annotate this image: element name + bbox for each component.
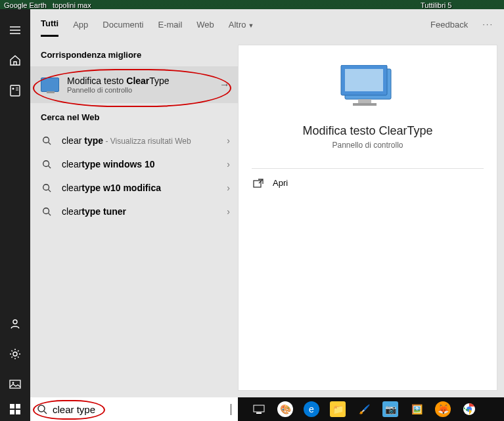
svg-point-6 — [43, 137, 49, 143]
start-search-panel: Tutti App Documenti E-mail Web Altro▼ Fe… — [0, 9, 504, 397]
best-match-item[interactable]: Modifica testo ClearType Pannello di con… — [30, 66, 238, 103]
menu-icon[interactable] — [0, 17, 30, 43]
svg-rect-0 — [11, 85, 20, 96]
tab-documents[interactable]: Documenti — [103, 12, 143, 36]
svg-point-2 — [13, 320, 17, 324]
preview-pane: Modifica testo ClearType Pannello di con… — [238, 45, 497, 391]
open-icon — [253, 179, 263, 188]
web-result-text: cleartype w10 modifica — [62, 183, 227, 193]
edge-icon[interactable]: e — [304, 401, 319, 417]
pictures-icon[interactable] — [0, 371, 30, 397]
home-icon[interactable] — [0, 47, 30, 74]
task-view-icon[interactable] — [251, 401, 267, 417]
desktop-icon-label[interactable]: topolini max — [53, 1, 91, 9]
svg-rect-17 — [10, 404, 14, 409]
chrome-icon[interactable] — [461, 401, 477, 417]
app-icon[interactable]: 📷 — [382, 401, 398, 417]
svg-point-3 — [13, 352, 17, 356]
tab-apps[interactable]: App — [73, 12, 88, 36]
monitor-icon — [41, 78, 59, 92]
web-result-item[interactable]: cleartype tuner› — [30, 200, 238, 223]
open-label: Apri — [273, 178, 288, 188]
svg-rect-19 — [10, 410, 14, 414]
svg-point-9 — [43, 208, 49, 214]
svg-point-1 — [12, 88, 14, 90]
chevron-right-icon: › — [227, 206, 230, 217]
start-button[interactable] — [0, 397, 30, 421]
gear-icon[interactable] — [0, 341, 30, 367]
person-icon[interactable] — [0, 311, 30, 337]
filter-tabs: Tutti App Documenti E-mail Web Altro▼ Fe… — [30, 9, 504, 38]
feedback-link[interactable]: Feedback — [430, 12, 468, 36]
tab-email[interactable]: E-mail — [158, 12, 182, 36]
best-match-title: Modifica testo ClearType — [67, 76, 170, 86]
svg-rect-20 — [16, 410, 20, 414]
svg-point-21 — [38, 405, 45, 412]
svg-rect-22 — [254, 405, 264, 412]
tab-all[interactable]: Tutti — [41, 11, 58, 37]
documents-icon[interactable] — [0, 78, 30, 104]
search-main: Tutti App Documenti E-mail Web Altro▼ Fe… — [30, 9, 504, 397]
file-explorer-icon[interactable]: 📁 — [330, 401, 346, 417]
web-result-item[interactable]: cleartype windows 10› — [30, 152, 238, 176]
paint-icon[interactable]: 🖌️ — [356, 401, 372, 417]
search-icon — [42, 160, 53, 169]
svg-rect-13 — [345, 69, 383, 91]
search-icon — [42, 183, 53, 192]
preview-title: Modifica testo ClearType — [302, 124, 432, 138]
svg-rect-4 — [10, 380, 20, 388]
tab-web[interactable]: Web — [196, 12, 214, 36]
open-action[interactable]: Apri — [253, 178, 288, 188]
svg-rect-14 — [358, 99, 371, 103]
app-icon[interactable]: 🖼️ — [409, 401, 424, 417]
app-icon[interactable]: 🎨 — [277, 401, 293, 417]
search-input[interactable] — [53, 404, 227, 415]
search-icon — [37, 404, 47, 414]
arrow-right-icon: → — [219, 79, 230, 91]
taskbar: 🎨 e 📁 🖌️ 📷 🖼️ 🦊 — [0, 397, 504, 421]
more-options-icon[interactable]: ··· — [482, 19, 493, 29]
text-cursor — [231, 404, 231, 415]
search-icon — [42, 207, 53, 216]
divider — [252, 168, 484, 169]
firefox-icon[interactable]: 🦊 — [435, 401, 451, 417]
svg-rect-15 — [353, 103, 377, 106]
desktop-icon-label[interactable]: Google Earth — [4, 1, 47, 9]
sidebar — [0, 9, 30, 397]
best-match-subtitle: Pannello di controllo — [67, 86, 170, 94]
svg-rect-18 — [16, 404, 20, 409]
tab-more[interactable]: Altro▼ — [229, 12, 254, 36]
chevron-right-icon: › — [227, 183, 230, 193]
svg-point-7 — [43, 161, 49, 167]
taskbar-apps: 🎨 e 📁 🖌️ 📷 🖼️ 🦊 — [238, 397, 504, 421]
web-result-item[interactable]: cleartype w10 modifica› — [30, 176, 238, 200]
results-column: Corrispondenza migliore Modifica testo C… — [30, 38, 238, 397]
preview-subtitle: Pannello di controllo — [332, 141, 403, 150]
svg-rect-16 — [254, 181, 261, 187]
web-result-item[interactable]: clear type - Visualizza risultati Web› — [30, 129, 238, 152]
taskbar-search[interactable] — [30, 397, 238, 421]
monitor-icon — [338, 65, 398, 112]
web-result-text: clear type - Visualizza risultati Web — [62, 135, 227, 146]
svg-rect-23 — [256, 412, 262, 414]
desktop-icon-label[interactable]: Tuttilibri 5 — [421, 1, 451, 9]
chevron-right-icon: › — [227, 159, 230, 169]
search-icon — [42, 136, 53, 145]
svg-point-8 — [43, 185, 49, 190]
web-result-text: cleartype windows 10 — [62, 159, 227, 169]
web-results-header: Cerca nel Web — [30, 103, 238, 129]
chevron-right-icon: › — [227, 135, 230, 146]
best-match-header: Corrispondenza migliore — [30, 47, 238, 66]
web-result-text: cleartype tuner — [62, 206, 227, 217]
svg-point-5 — [12, 382, 14, 384]
